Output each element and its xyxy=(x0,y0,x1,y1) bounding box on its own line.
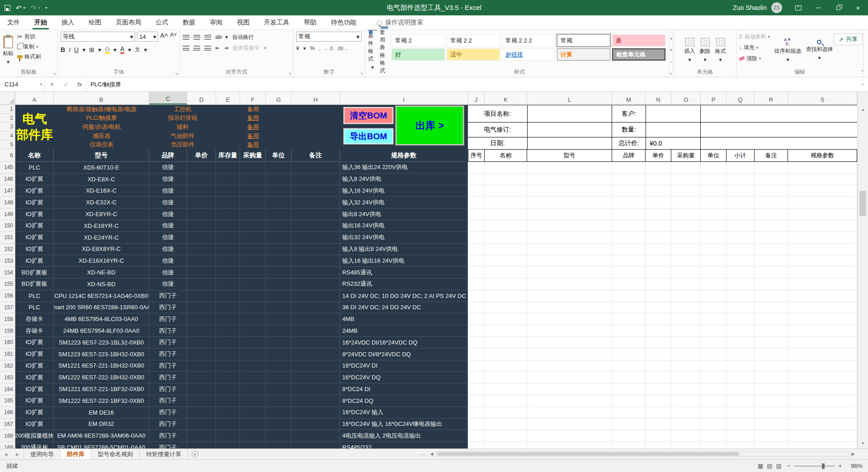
align-top-icon[interactable] xyxy=(183,35,189,40)
right-header-cell[interactable]: 名称 xyxy=(485,149,527,162)
row-header[interactable]: 5 xyxy=(0,140,15,149)
cell-model[interactable]: EM DR32 xyxy=(54,419,149,430)
cell-brand[interactable]: 信捷 xyxy=(149,244,187,255)
paste-dropdown-icon[interactable]: ▾ xyxy=(7,59,9,65)
spare-link[interactable]: 备用 xyxy=(240,123,266,131)
cell-purchase-qty[interactable] xyxy=(240,337,266,349)
new-sheet-button[interactable]: + xyxy=(188,449,202,459)
cell-name[interactable]: BD扩展板 xyxy=(15,267,54,278)
cell-unit[interactable] xyxy=(266,174,292,185)
row-header[interactable]: 2 xyxy=(0,114,15,123)
cell-purchase-qty[interactable] xyxy=(240,220,266,232)
category-link-c[interactable]: 气动部件 xyxy=(149,132,216,140)
cell-stock[interactable] xyxy=(216,267,240,278)
cell-name[interactable]: IO扩展 xyxy=(15,220,54,232)
horizontal-scrollbar[interactable]: ◀ ▶ xyxy=(428,448,857,459)
cell-style-swatch[interactable]: 检查单元格 xyxy=(612,48,665,61)
row-header[interactable]: 4 xyxy=(0,132,15,141)
cell-model[interactable]: XD-E16X-C xyxy=(54,185,149,197)
cell-remark[interactable] xyxy=(292,360,340,372)
cell-name[interactable]: BD扩展板 xyxy=(15,278,54,290)
cell-name[interactable]: IO扩展 xyxy=(15,208,54,220)
cell-purchase-qty[interactable] xyxy=(240,372,266,383)
cell-unit[interactable] xyxy=(266,302,292,314)
cell-brand[interactable]: 信捷 xyxy=(149,278,187,290)
column-header[interactable]: J xyxy=(468,92,485,104)
cell-remark[interactable] xyxy=(292,185,340,197)
avatar[interactable]: ZS xyxy=(771,2,782,13)
cell-stock[interactable] xyxy=(216,244,240,255)
cell-unit[interactable] xyxy=(266,162,292,174)
cell-name[interactable]: PLC xyxy=(15,162,54,174)
row-header[interactable]: 145 xyxy=(0,162,15,174)
cell-price[interactable] xyxy=(187,255,216,267)
cell-model[interactable]: XD-E16YR-C xyxy=(54,220,149,232)
formula-input[interactable]: PLC/触摸屏 xyxy=(87,77,857,91)
wrap-text-button[interactable]: 自动换行 xyxy=(232,33,254,41)
borders-button[interactable]: ⊞ xyxy=(89,46,94,53)
cell-unit[interactable] xyxy=(266,383,292,395)
align-middle-icon[interactable] xyxy=(193,35,200,40)
cell-name[interactable]: IO扩展 xyxy=(15,372,54,383)
cell-spec[interactable]: 16*24VDC DI/16*24VDC DQ xyxy=(340,337,468,349)
cell-unit[interactable] xyxy=(266,185,292,197)
cell-purchase-qty[interactable] xyxy=(240,442,266,448)
cell-unit[interactable] xyxy=(266,313,292,325)
cell-model[interactable]: XD-E16X16YR-C xyxy=(54,255,149,267)
gallery-scroll-strip[interactable]: ▲▼≡ xyxy=(669,32,673,69)
cell-name[interactable]: 200通讯板 xyxy=(15,442,54,448)
vertical-scrollbar[interactable]: ▲ ▼ xyxy=(857,92,868,448)
cell-stock[interactable] xyxy=(216,383,240,395)
row-header[interactable]: 156 xyxy=(0,290,15,302)
share-button[interactable]: ⇗ 共享 xyxy=(834,33,863,45)
export-bom-button[interactable]: 导出BOM xyxy=(344,128,393,144)
cell-model[interactable]: XD-NE-BD xyxy=(54,267,149,278)
cell-unit[interactable] xyxy=(266,419,292,430)
cell-unit[interactable] xyxy=(266,290,292,302)
cell-spec[interactable]: 8*DC24 DI xyxy=(340,383,468,395)
cell-price[interactable] xyxy=(187,278,216,290)
cell-name[interactable]: PLC xyxy=(15,290,54,302)
cell-name[interactable]: 存储卡 xyxy=(15,325,54,337)
column-header[interactable]: S xyxy=(788,92,857,104)
cell-unit[interactable] xyxy=(266,395,292,407)
row-header[interactable]: 147 xyxy=(0,185,15,197)
name-box-dropdown-icon[interactable]: ▾ xyxy=(40,82,42,86)
cell-stock[interactable] xyxy=(216,337,240,349)
grow-font-button[interactable]: A˄ xyxy=(160,32,168,42)
cell-spec[interactable]: RS232通讯 xyxy=(340,278,468,290)
zoom-slider[interactable] xyxy=(794,466,835,467)
ribbon-tab[interactable]: 页面布局 xyxy=(108,16,148,29)
align-right-icon[interactable] xyxy=(204,46,211,51)
cell-price[interactable] xyxy=(187,407,216,419)
cell-price[interactable] xyxy=(187,325,216,337)
cell-style-swatch[interactable]: 常规 2 xyxy=(392,34,445,47)
cell-price[interactable] xyxy=(187,302,216,314)
cell-purchase-qty[interactable] xyxy=(240,255,266,267)
cell-spec[interactable]: 8*DC24 DQ xyxy=(340,395,468,407)
cell-price[interactable] xyxy=(187,372,216,383)
cell-purchase-qty[interactable] xyxy=(240,162,266,174)
cell-stock[interactable] xyxy=(216,185,240,197)
format-cells-button[interactable]: 格式▾ xyxy=(715,32,726,69)
cell-brand[interactable]: 信捷 xyxy=(149,267,187,278)
page-layout-view-icon[interactable]: ▤ xyxy=(767,463,772,469)
cell-name[interactable]: IO扩展 xyxy=(15,185,54,197)
row-header[interactable]: 165 xyxy=(0,395,15,407)
checkout-button[interactable]: 出库 > xyxy=(396,106,464,145)
cell-model[interactable]: SM1223 6ES7-223-1BH32-0XB0 xyxy=(54,349,149,360)
cell-remark[interactable] xyxy=(292,174,340,185)
scroll-up-icon[interactable]: ▲ xyxy=(858,106,868,114)
font-color-button[interactable]: A xyxy=(120,45,124,54)
row-header[interactable]: 6 xyxy=(0,149,15,162)
cell-purchase-qty[interactable] xyxy=(240,244,266,255)
right-header-cell[interactable]: 品牌 xyxy=(612,149,646,162)
cell-price[interactable] xyxy=(187,337,216,349)
row-header[interactable]: 148 xyxy=(0,197,15,208)
copy-button[interactable]: 复制▾ xyxy=(17,42,41,52)
category-link-b[interactable]: 仪器仪表 xyxy=(54,141,149,149)
row-header[interactable]: 169 xyxy=(0,442,15,448)
row-header[interactable]: 155 xyxy=(0,278,15,290)
row-header[interactable]: 166 xyxy=(0,407,15,419)
cell-model[interactable]: XD-NS-BD xyxy=(54,278,149,290)
